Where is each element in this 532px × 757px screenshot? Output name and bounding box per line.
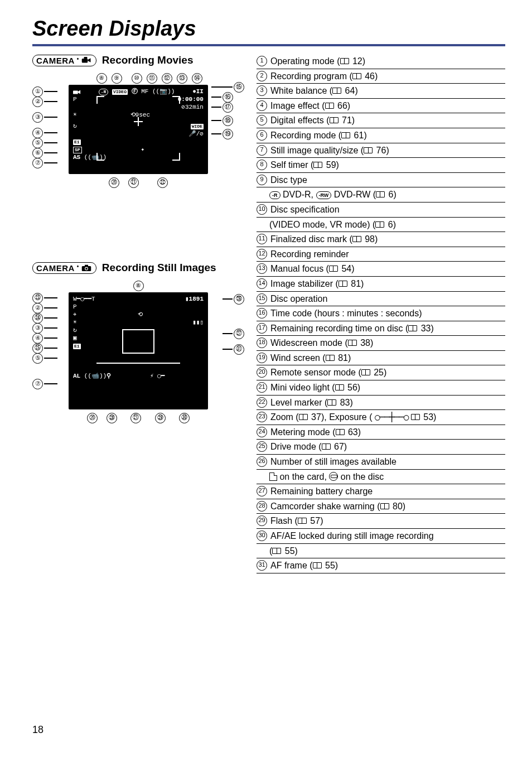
reference-number: 22 <box>257 397 267 408</box>
mode-badge-text: CAMERA <box>36 263 75 273</box>
reference-text: Manual focus ( 54) <box>270 263 505 275</box>
reference-text: Recording reminder <box>270 248 505 261</box>
reference-number: 11 <box>257 234 267 244</box>
callouts-right-stills: ㉖ ㉗ ㉛ <box>223 294 244 354</box>
reference-item: 6Recording mode ( 61) <box>257 128 505 143</box>
book-icon <box>375 221 385 228</box>
reference-number: 26 <box>257 456 267 467</box>
reference-number: 17 <box>257 323 267 334</box>
book-icon <box>313 562 323 569</box>
reference-text: Disc operation <box>270 293 505 305</box>
page-number: 18 <box>32 724 43 736</box>
reference-item: 1Operating mode ( 12) <box>257 54 505 69</box>
disc-rw-badge: -RW <box>316 191 332 199</box>
svg-rect-0 <box>82 59 88 63</box>
disc-icon <box>329 472 338 481</box>
book-icon <box>332 88 342 94</box>
reference-number: 1 <box>257 56 267 66</box>
reference-text: Disc type <box>270 174 505 186</box>
callouts-left-stills: ㉓ ② ㉔ ③ ④ ㉕ ⑤ ⑦ <box>32 293 57 389</box>
reference-number: 2 <box>257 71 267 81</box>
reference-number: 29 <box>257 515 267 526</box>
exposure-icon: ○──┼──○ <box>375 412 408 422</box>
reference-item: 19Wind screen ( 81) <box>257 351 505 366</box>
book-icon <box>364 147 374 154</box>
reference-text: Number of still images available <box>270 456 505 468</box>
left-column: CAMERA • Recording Movies ⑧ ⑨ ⑩ ⑪ ⑫ ⑬ ⑭ <box>32 54 244 573</box>
separator-dot: • <box>77 263 79 269</box>
reference-number: 14 <box>257 278 267 289</box>
reference-item: 21Mini video light ( 56) <box>257 380 505 396</box>
osd-count: 1891 <box>189 296 204 302</box>
reference-text: Digital effects ( 71) <box>270 114 505 127</box>
reference-subitem: -R DVD-R, -RW DVD-RW ( 6) <box>257 187 505 202</box>
book-icon <box>340 58 350 65</box>
reference-number: 15 <box>257 293 267 304</box>
section-heading-movies: Recording Movies <box>102 54 194 66</box>
reference-item: 20Remote sensor mode ( 25) <box>257 365 505 380</box>
book-icon <box>313 162 323 168</box>
osd-as: AS <box>73 154 80 161</box>
reference-item: 10Disc specification <box>257 202 505 218</box>
callouts-left-movies: ① ② ③ ④ ⑤ ⑥ ⑦ <box>32 86 57 168</box>
reference-text: Remaining recording time on disc ( 33) <box>270 322 505 335</box>
reference-text: Image stabilizer ( 81) <box>270 278 505 290</box>
level-line <box>96 363 180 364</box>
reference-list: 1Operating mode ( 12)2Recording program … <box>257 54 505 573</box>
callouts-top-stills: ⑧ <box>32 279 244 291</box>
osd-p: P <box>73 96 77 103</box>
af-frame-icon <box>122 329 154 354</box>
reference-number: 20 <box>257 367 267 378</box>
reference-item: 16Time code (hours : minutes : seconds) <box>257 306 505 321</box>
reference-number: 6 <box>257 130 267 141</box>
camcorder-icon <box>81 56 91 64</box>
reference-item: 23Zoom ( 37), Exposure ( ○──┼──○ 53) <box>257 410 505 425</box>
reference-text: Time code (hours : minutes : seconds) <box>270 307 505 320</box>
book-icon <box>322 443 332 450</box>
osd-al: AL <box>73 373 80 379</box>
reference-item: 13Manual focus ( 54) <box>257 262 505 277</box>
reference-text: Finalized disc mark ( 98) <box>270 233 505 245</box>
reference-text: AF frame ( 55) <box>270 560 505 572</box>
book-icon <box>408 325 418 332</box>
book-icon <box>338 281 349 287</box>
reference-item: 24Metering mode ( 63) <box>257 425 505 440</box>
disc-r-badge: -R <box>269 191 280 199</box>
osd-e1: E1 <box>73 139 81 145</box>
osd-screen-stills: W━◯━━T ▮1891 P ⌖⟲ ☀▮▮▯ ↻ ▣ E1 AL ((📹))⚲ … <box>69 292 208 409</box>
camcorder-osd-icon <box>73 89 81 95</box>
callouts-bottom-movies: ⑳ ㉑ ㉒ <box>32 176 244 188</box>
reference-number: 8 <box>257 160 267 170</box>
reference-text: Image effect ( 66) <box>270 100 505 112</box>
reference-item: 18Widescreen mode ( 38) <box>257 336 505 351</box>
reference-text: Drive mode ( 67) <box>270 441 505 453</box>
osd-rec-pause: ●II <box>192 88 204 95</box>
reference-number: 3 <box>257 85 267 96</box>
reference-item: 9Disc type <box>257 173 505 188</box>
reference-number: 4 <box>257 100 267 111</box>
diagram-stills: ⑧ ㉓ ② ㉔ ③ ④ ㉕ ⑤ ⑦ ㉖ ㉗ ㉛ <box>32 279 244 441</box>
osd-video-badge: VIDEO <box>112 89 128 95</box>
book-icon <box>329 266 339 272</box>
reference-number: 21 <box>257 382 267 393</box>
reference-number: 31 <box>257 560 267 571</box>
reference-text: Widescreen mode ( 38) <box>270 337 505 349</box>
reference-subitem: on the card, on the disc <box>257 470 505 485</box>
reference-subitem: ( 55) <box>257 544 505 559</box>
reference-number: 23 <box>257 412 267 422</box>
reference-text: Self timer ( 59) <box>270 159 505 171</box>
svg-rect-1 <box>84 57 87 59</box>
reference-number: 12 <box>257 249 267 259</box>
book-icon <box>335 384 345 391</box>
camera-icon <box>81 264 91 272</box>
callouts-bottom-stills: ⑳ ㉘ ㉑ ㉙ ㉚ <box>32 412 244 423</box>
separator-dot: • <box>77 56 79 62</box>
book-icon <box>336 429 346 436</box>
book-icon <box>330 117 340 124</box>
reference-text: Still image quality/size ( 76) <box>270 144 505 157</box>
reference-item: 8Self timer ( 59) <box>257 158 505 173</box>
reference-number: 30 <box>257 531 267 541</box>
reference-item: 17Remaining recording time on disc ( 33) <box>257 321 505 336</box>
reference-item: 2Recording program ( 46) <box>257 69 505 84</box>
reference-number: 7 <box>257 145 267 156</box>
